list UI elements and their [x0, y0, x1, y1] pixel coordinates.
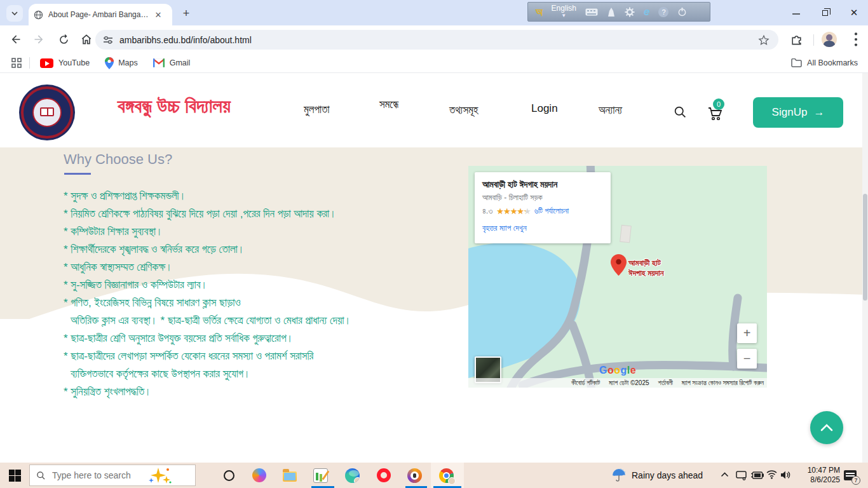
bing-sparkle-icon [147, 467, 172, 484]
bookmarks-bar: YouTube Maps Gmail All Bookmarks [0, 53, 868, 73]
site-search-icon[interactable] [674, 105, 687, 119]
profile-avatar[interactable] [822, 32, 837, 47]
terms-link[interactable]: শর্তাবলী [658, 379, 673, 387]
toolbar-divider [813, 34, 814, 46]
chrome-icon[interactable] [438, 468, 454, 483]
list-item: * ছাত্র-ছাত্রীদের লেখাপড়া সম্পর্কিত যেক… [64, 348, 473, 365]
weather-icon[interactable] [611, 468, 627, 483]
reload-button[interactable] [56, 32, 71, 47]
bookmark-maps[interactable]: Maps [105, 57, 138, 69]
list-item: * গণিত, ইংরেজিসহ বিভিন্ন বিষয়ে সাধারণ ক… [64, 294, 473, 312]
notification-count-badge: 7 [851, 476, 860, 485]
list-item: * সুনিয়ন্ত্রিত শৃংখলাপদ্ধতি। [64, 383, 473, 401]
all-bookmarks-label: All Bookmarks [807, 58, 858, 67]
arrow-right-icon: → [813, 106, 824, 119]
site-info-icon[interactable] [103, 35, 113, 45]
browser-menu-icon[interactable] [850, 32, 862, 46]
scrollbar-thumb[interactable] [863, 194, 867, 301]
avro-mouse-icon[interactable] [607, 7, 616, 17]
keyboard-shortcuts-link[interactable]: কীবোর্ড শর্টকাট [571, 379, 600, 387]
heading-underline [64, 173, 91, 175]
nav-about[interactable]: সমন্ধে [379, 98, 398, 111]
back-button[interactable] [8, 32, 23, 47]
search-icon [36, 471, 46, 480]
weather-label[interactable]: Rainy days ahead [632, 470, 703, 480]
map-marker-label: আমবাড়ী হাট ঈদগাহ ময়দান [628, 258, 663, 278]
school-logo[interactable] [21, 86, 73, 139]
settings-gear-icon[interactable] [625, 7, 635, 17]
place-address: আমবাড়ি - চিলাহাটি সড়ক [482, 193, 603, 202]
clock-time: 10:47 PM [796, 466, 840, 475]
extensions-icon[interactable] [790, 34, 803, 46]
copilot-icon[interactable] [252, 468, 267, 483]
nav-others[interactable]: অন্যান্য [599, 104, 622, 117]
map-zoom-out-button[interactable]: − [737, 349, 757, 369]
list-item: * নিয়মিত শ্রেণিকক্ষে পাঠ্যবিষয় বুঝিয়ে… [64, 205, 473, 223]
volume-icon[interactable] [780, 470, 791, 480]
search-input[interactable] [52, 470, 147, 480]
edge-icon[interactable] [344, 468, 360, 483]
chrome-profile-badge [448, 477, 456, 485]
signup-button[interactable]: SignUp → [753, 97, 843, 128]
report-problem-link[interactable]: ম্যাপ সংক্রান্ত কোনও সমস্যার রিপোর্ট করু… [682, 379, 764, 387]
keyboard-icon[interactable] [585, 8, 598, 16]
help-icon[interactable]: ? [658, 7, 668, 17]
power-icon[interactable] [677, 7, 687, 17]
start-button[interactable] [9, 470, 21, 482]
nav-information[interactable]: তথ্যসমূহ [449, 104, 478, 117]
tab-close-icon[interactable]: ✕ [153, 9, 164, 20]
opera-icon[interactable] [376, 468, 391, 483]
marker-label-line1: আমবাড়ী হাট [628, 258, 663, 268]
map-marker-icon[interactable] [611, 254, 627, 276]
wifi-icon[interactable] [766, 470, 777, 479]
view-larger-map-link[interactable]: বৃহত্তর ম্যাপ দেখুন [482, 223, 603, 233]
language-dropdown-icon: ▼ [561, 13, 566, 18]
avro-bangla-icon[interactable]: অ [536, 6, 543, 18]
avro-keyboard-toolbar: অ English ▼ e ? [527, 2, 710, 22]
tab-search-chevron-button[interactable] [6, 5, 23, 22]
tray-device-icon[interactable] [736, 470, 747, 480]
cortana-icon[interactable] [221, 468, 236, 483]
forward-button[interactable] [32, 32, 47, 47]
browser-tab[interactable]: About Page- Ambari Bangaban ✕ [29, 4, 172, 25]
list-item: * শিক্ষার্থীদেরকে শৃঙ্খলাবদ্ধ ও স্বনির্ভ… [64, 241, 473, 259]
google-map-embed[interactable]: আমবাড়ী হাট ঈদগাহ ময়দান আমবাড়ী হাট ঈদগ… [468, 166, 767, 388]
battery-icon[interactable] [751, 471, 764, 479]
file-explorer-icon[interactable] [282, 468, 297, 483]
rating-stars-icon: ★★★★★ ★★★★★ [496, 207, 530, 215]
tray-expand-chevron[interactable] [721, 471, 729, 478]
internet-explorer-icon[interactable]: e [644, 6, 649, 18]
home-button[interactable] [79, 32, 94, 47]
nav-login[interactable]: Login [531, 102, 558, 115]
restore-icon [822, 10, 828, 16]
window-minimize-button[interactable] [791, 8, 801, 18]
edge-profile-badge [354, 477, 360, 483]
chart-app-icon[interactable] [313, 468, 328, 483]
window-close-button[interactable]: ✕ [849, 8, 859, 18]
bookmark-youtube[interactable]: YouTube [40, 58, 90, 68]
bookmark-gmail[interactable]: Gmail [153, 58, 191, 67]
url-bar[interactable]: ambaribhs.edu.bd/info/about.html [95, 30, 778, 50]
gmail-icon [153, 58, 165, 67]
taskbar-clock[interactable]: 10:47 PM 8/6/2025 [796, 466, 840, 485]
map-zoom-in-button[interactable]: + [737, 323, 757, 343]
new-tab-button[interactable]: + [179, 6, 193, 20]
all-bookmarks-button[interactable]: All Bookmarks [791, 58, 858, 67]
language-selector[interactable]: English ▼ [552, 5, 576, 19]
window-restore-button[interactable] [820, 8, 830, 18]
bookmark-label: Maps [118, 58, 138, 67]
scroll-to-top-button[interactable] [810, 411, 843, 444]
taskbar-search-box[interactable] [29, 464, 196, 486]
place-rating-row: ৪.৩ ★★★★★ ★★★★★ ৬টি পর্যালোচনা [482, 206, 603, 216]
reviews-link[interactable]: ৬টি পর্যালোচনা [534, 207, 569, 215]
nav-home[interactable]: মুলপাতা [304, 104, 330, 116]
apps-grid-icon[interactable] [11, 58, 22, 68]
rating-value: ৪.৩ [482, 206, 492, 216]
bookmark-star-icon[interactable] [758, 34, 770, 46]
section-heading: Why Choose Us? [64, 151, 172, 168]
map-data-label: ম্যাপ ডেটা ©2025 [609, 379, 649, 387]
clock-date: 8/6/2025 [796, 475, 840, 485]
google-logo[interactable]: Google [599, 365, 636, 376]
avast-browser-icon[interactable] [407, 468, 422, 483]
site-title[interactable]: বঙ্গবন্ধু উচ্চ বিদ্যালয় [118, 95, 231, 118]
